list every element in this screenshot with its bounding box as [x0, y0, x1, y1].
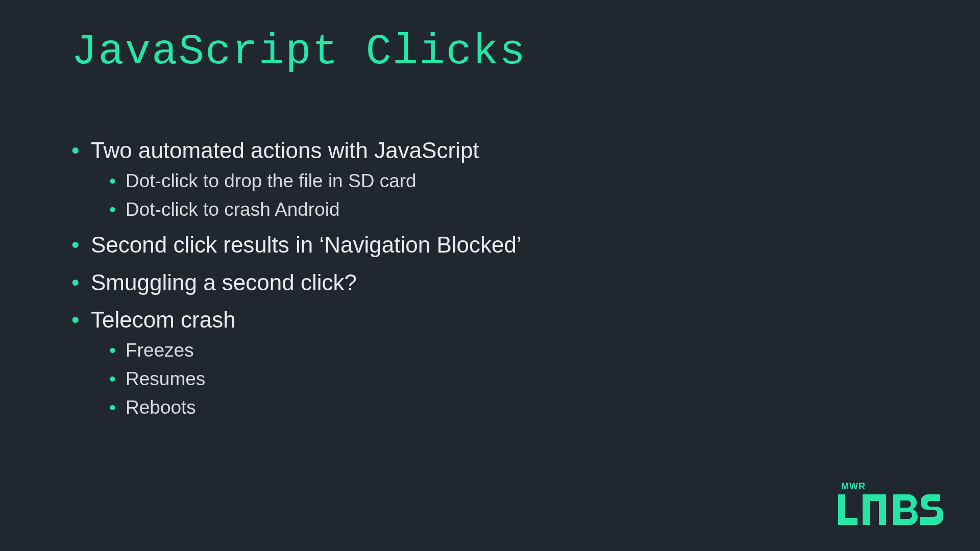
bullet-text: Resumes [126, 368, 205, 389]
list-item: Dot-click to crash Android [109, 197, 522, 222]
list-item: Dot-click to drop the file in SD card [109, 168, 522, 194]
labs-logo-icon [838, 492, 945, 528]
list-item: Reboots [109, 395, 522, 420]
list-item: Smuggling a second click? [71, 267, 522, 297]
list-item: Freezes [109, 338, 522, 363]
sub-bullet-list: Dot-click to drop the file in SD card Do… [109, 168, 522, 222]
bullet-text: Telecom crash [91, 307, 236, 332]
svg-rect-4 [863, 494, 886, 501]
logo-top-text: MWR [841, 481, 945, 492]
bullet-text: Reboots [126, 397, 196, 418]
bullet-text: Dot-click to drop the file in SD card [126, 170, 416, 191]
bullet-text: Dot-click to crash Android [126, 199, 340, 220]
slide-content: Two automated actions with JavaScript Do… [71, 135, 522, 428]
slide-title: JavaScript Clicks [71, 28, 526, 76]
list-item: Telecom crash Freezes Resumes Reboots [71, 305, 522, 420]
list-item: Second click results in ‘Navigation Bloc… [71, 230, 522, 260]
mwr-labs-logo: MWR [838, 481, 945, 528]
list-item: Resumes [109, 366, 522, 392]
bullet-list: Two automated actions with JavaScript Do… [71, 135, 522, 420]
bullet-text: Smuggling a second click? [91, 270, 357, 295]
slide: JavaScript Clicks Two automated actions … [0, 0, 980, 551]
svg-rect-1 [838, 518, 857, 525]
bullet-text: Two automated actions with JavaScript [91, 138, 479, 163]
svg-rect-3 [879, 501, 886, 525]
list-item: Two automated actions with JavaScript Do… [71, 135, 522, 222]
bullet-text: Freezes [126, 340, 194, 361]
bullet-text: Second click results in ‘Navigation Bloc… [91, 232, 522, 257]
sub-bullet-list: Freezes Resumes Reboots [109, 338, 522, 420]
